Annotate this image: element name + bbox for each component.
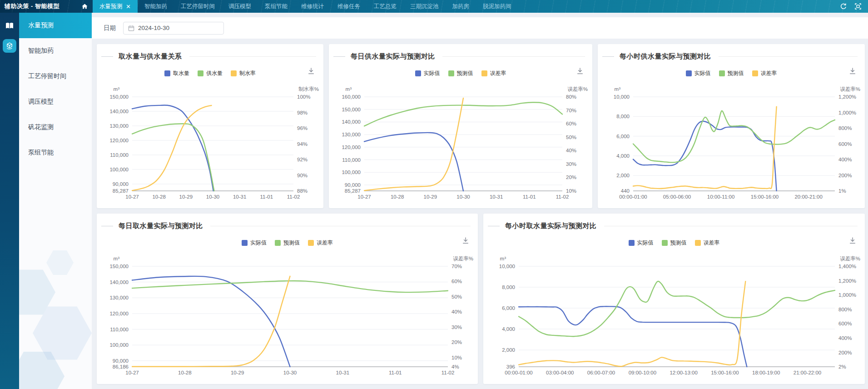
svg-text:70%: 70% xyxy=(451,264,462,269)
sidebar-item-矾花监测[interactable]: 矾花监测 xyxy=(19,115,92,140)
tab-调压模型[interactable]: 调压模型 xyxy=(222,0,258,13)
tab-工艺停留时间[interactable]: 工艺停留时间 xyxy=(174,0,222,13)
tab-泵组节能[interactable]: 泵组节能 xyxy=(258,0,294,13)
rail-book-button[interactable] xyxy=(3,19,16,33)
svg-text:20%: 20% xyxy=(451,339,462,345)
sidebar-item-调压模型[interactable]: 调压模型 xyxy=(19,89,92,115)
legend-item-取水量[interactable]: 取水量 xyxy=(164,70,189,77)
home-button[interactable] xyxy=(76,0,93,13)
tab-三期沉淀池[interactable]: 三期沉淀池 xyxy=(403,0,446,13)
chart-canvas[interactable]: 4402,0004,0006,0008,00010,0001%200%400%6… xyxy=(598,83,865,206)
svg-text:m³: m³ xyxy=(615,86,621,92)
legend-item-误差率[interactable]: 误差率 xyxy=(752,70,777,77)
tab-维修任务[interactable]: 维修任务 xyxy=(331,0,367,13)
svg-text:09:00-10:00: 09:00-10:00 xyxy=(629,370,656,375)
sidebar-item-水量预测[interactable]: 水量预测 xyxy=(19,13,92,38)
svg-text:m³: m³ xyxy=(114,256,120,261)
tab-水量预测[interactable]: 水量预测✕ xyxy=(93,0,138,13)
legend-item-制水率[interactable]: 制水率 xyxy=(231,70,256,77)
chart-title: 每日取水量实际与预测对比 xyxy=(119,222,203,230)
app-title: 辅助决策 - 智能模型 xyxy=(0,0,76,13)
title-dash xyxy=(101,56,113,57)
chart-canvas[interactable]: 3962,0004,0006,0008,00010,0002%200%400%6… xyxy=(483,253,865,382)
topbar-actions xyxy=(840,0,868,13)
chart-legend: 实际值预测值误差率 xyxy=(483,236,865,249)
legend-item-供水量[interactable]: 供水量 xyxy=(198,70,223,77)
legend-swatch xyxy=(164,70,170,76)
svg-text:2,000: 2,000 xyxy=(616,173,630,178)
legend-item-误差率[interactable]: 误差率 xyxy=(308,239,333,247)
svg-text:11-01: 11-01 xyxy=(260,194,273,199)
svg-text:140,000: 140,000 xyxy=(109,109,129,114)
download-icon[interactable] xyxy=(461,236,470,246)
svg-text:2,000: 2,000 xyxy=(502,347,515,353)
chart-canvas[interactable]: 85,28790,000100,000110,000120,000130,000… xyxy=(329,83,592,206)
svg-text:60%: 60% xyxy=(566,121,576,126)
legend-item-实际值[interactable]: 实际值 xyxy=(415,70,440,77)
rail-model-button[interactable] xyxy=(3,39,16,53)
chart-canvas[interactable]: 86,18690,000100,000110,000120,000130,000… xyxy=(97,253,478,382)
legend-item-误差率[interactable]: 误差率 xyxy=(695,239,720,247)
tab-维修统计[interactable]: 维修统计 xyxy=(294,0,331,13)
download-icon[interactable] xyxy=(307,67,315,77)
tab-脱泥加药间[interactable]: 脱泥加药间 xyxy=(476,0,518,13)
svg-text:440: 440 xyxy=(621,188,630,194)
tab-工艺总览[interactable]: 工艺总览 xyxy=(367,0,403,13)
svg-text:10-31: 10-31 xyxy=(336,370,349,375)
svg-text:6,000: 6,000 xyxy=(502,305,515,311)
icon-rail xyxy=(0,13,19,389)
legend-item-实际值[interactable]: 实际值 xyxy=(686,70,711,77)
refresh-icon[interactable] xyxy=(840,3,847,10)
legend-item-预测值[interactable]: 预测值 xyxy=(448,70,473,77)
sidebar-item-智能加药[interactable]: 智能加药 xyxy=(19,38,92,64)
svg-text:10-27: 10-27 xyxy=(125,370,139,375)
tab-智能加药[interactable]: 智能加药 xyxy=(138,0,174,13)
svg-text:100,000: 100,000 xyxy=(109,342,129,348)
svg-text:10-27: 10-27 xyxy=(125,194,139,199)
legend-label: 误差率 xyxy=(704,239,720,247)
legend-label: 实际值 xyxy=(694,70,711,77)
svg-text:120,000: 120,000 xyxy=(109,138,129,143)
chart-title: 每小时供水量实际与预测对比 xyxy=(620,52,711,61)
download-icon[interactable] xyxy=(848,67,857,77)
tab-加药房[interactable]: 加药房 xyxy=(445,0,476,13)
svg-text:100,000: 100,000 xyxy=(109,167,129,172)
series-供水量 xyxy=(132,124,214,191)
svg-text:4,000: 4,000 xyxy=(616,153,630,159)
download-icon[interactable] xyxy=(848,236,857,246)
svg-text:600%: 600% xyxy=(838,141,852,147)
svg-text:50%: 50% xyxy=(451,294,462,299)
chart-card-daily-intake: 每日取水量实际与预测对比 实际值预测值误差率 86,18690,000100,0… xyxy=(97,214,478,384)
chart-legend: 取水量供水量制水率 xyxy=(97,67,323,80)
svg-text:90,000: 90,000 xyxy=(345,182,361,188)
svg-text:96%: 96% xyxy=(297,125,308,131)
title-divider xyxy=(189,56,317,57)
svg-text:10-30: 10-30 xyxy=(456,194,470,199)
legend-item-预测值[interactable]: 预测值 xyxy=(662,239,687,247)
svg-text:11-02: 11-02 xyxy=(441,370,455,375)
fullscreen-icon[interactable] xyxy=(854,3,862,10)
sidebar-item-泵组节能[interactable]: 泵组节能 xyxy=(19,140,92,165)
download-icon[interactable] xyxy=(576,67,584,77)
title-divider xyxy=(210,226,471,226)
legend-item-误差率[interactable]: 误差率 xyxy=(481,70,506,77)
tab-close-icon[interactable]: ✕ xyxy=(126,4,131,10)
date-input[interactable]: 2024-10-30 xyxy=(123,22,224,35)
svg-text:15:00-16:00: 15:00-16:00 xyxy=(711,370,739,375)
svg-text:90,000: 90,000 xyxy=(113,358,129,364)
legend-item-实际值[interactable]: 实际值 xyxy=(629,239,654,247)
svg-text:200%: 200% xyxy=(838,173,852,178)
legend-item-预测值[interactable]: 预测值 xyxy=(719,70,744,77)
legend-item-实际值[interactable]: 实际值 xyxy=(242,239,267,247)
legend-swatch xyxy=(275,240,281,246)
svg-text:30%: 30% xyxy=(451,324,462,330)
legend-label: 预测值 xyxy=(457,70,473,77)
legend-item-预测值[interactable]: 预测值 xyxy=(275,239,300,247)
svg-text:10,000: 10,000 xyxy=(614,94,630,100)
svg-text:140,000: 140,000 xyxy=(109,279,129,285)
svg-text:60%: 60% xyxy=(451,279,462,284)
title-dash xyxy=(488,226,500,226)
sidebar-item-工艺停留时间[interactable]: 工艺停留时间 xyxy=(19,64,92,89)
svg-text:100%: 100% xyxy=(297,94,310,100)
chart-canvas[interactable]: 85,28790,000100,000110,000120,000130,000… xyxy=(97,83,323,206)
